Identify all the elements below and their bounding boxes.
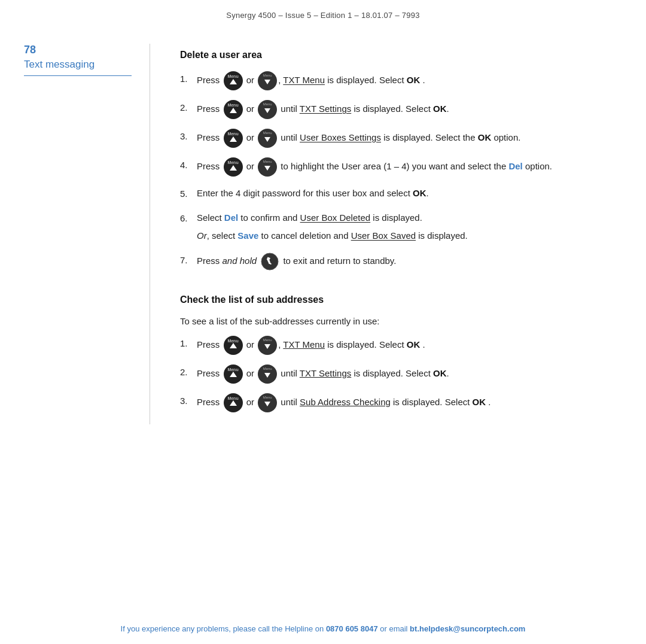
user-box-deleted: User Box Deleted xyxy=(300,212,371,223)
step-1-content: Press Menu or Menu, TXT Menu is displaye… xyxy=(197,71,622,90)
sub-address-checking: Sub Address Checking xyxy=(300,396,391,406)
del-4: Del xyxy=(508,161,522,171)
footer-email: bt.helpdesk@suncorptech.com xyxy=(410,624,525,633)
page-number: 78 xyxy=(24,44,132,56)
step-1: 1. Press Menu or Menu, TXT Menu is displ… xyxy=(180,71,622,90)
s2-ok-2: OK xyxy=(433,367,447,378)
section-delete-user-area: Delete a user area 1. Press Menu or Menu… xyxy=(180,50,622,271)
s2-step-1-num: 1. xyxy=(180,336,197,351)
or-text: Or xyxy=(197,230,207,241)
s2-btn-up-1: Menu xyxy=(224,336,243,355)
step-5-content: Enter the 4 digit password for this user… xyxy=(197,186,622,201)
page-footer: If you experience any problems, please c… xyxy=(0,624,646,633)
txt-menu-1: TXT Menu xyxy=(283,75,325,85)
s2-txt-settings-2: TXT Settings xyxy=(300,367,351,378)
s2-btn-up-3: Menu xyxy=(224,393,243,412)
main-content: Delete a user area 1. Press Menu or Menu… xyxy=(168,44,622,424)
section1-steps: 1. Press Menu or Menu, TXT Menu is displ… xyxy=(180,71,622,271)
ok-5: OK xyxy=(413,188,426,198)
btn-up-1: Menu xyxy=(224,71,243,90)
s2-txt-menu-1: TXT Menu xyxy=(283,339,325,349)
header-text: Synergy 4500 – Issue 5 – Edition 1 – 18.… xyxy=(226,11,420,20)
section2-steps: 1. Press Menu or Menu, TXT Menu is displ… xyxy=(180,336,622,412)
step-4: 4. Press Menu or Menu to highlight the U… xyxy=(180,157,622,177)
save-6: Save xyxy=(237,230,258,241)
footer-pre-text: If you experience any problems, please c… xyxy=(121,624,326,633)
left-sidebar: 78 Text messaging xyxy=(24,44,132,424)
s2-step-2: 2. Press Menu or Menu until TXT Settings… xyxy=(180,364,622,384)
s2-step-3: 3. Press Menu or Menu until Sub Address … xyxy=(180,393,622,412)
s2-step-2-content: Press Menu or Menu until TXT Settings is… xyxy=(197,364,622,384)
step-4-num: 4. xyxy=(180,157,197,172)
user-box-saved: User Box Saved xyxy=(351,230,416,241)
footer-mid-text: or email xyxy=(378,624,410,633)
section-check-sub-addresses: Check the list of sub addresses To see a… xyxy=(180,294,622,412)
vertical-rule xyxy=(150,44,150,424)
section-title: Text messaging xyxy=(24,59,132,71)
ok-1: OK xyxy=(407,75,420,85)
s2-ok-1: OK xyxy=(407,339,420,349)
btn-down-4: Menu xyxy=(258,157,277,177)
s2-btn-up-2: Menu xyxy=(224,364,243,384)
s2-step-1-content: Press Menu or Menu, TXT Menu is displaye… xyxy=(197,336,622,355)
btn-down-2: Menu xyxy=(258,100,277,119)
s2-btn-down-1: Menu xyxy=(258,336,277,355)
btn-up-4: Menu xyxy=(224,157,243,177)
step-6-content: Select Del to confirm and User Box Delet… xyxy=(197,211,622,243)
section2-intro: To see a list of the sub-addresses curre… xyxy=(180,316,622,326)
and-hold-text: and hold xyxy=(223,255,257,265)
user-boxes-settings: User Boxes Settings xyxy=(300,132,381,142)
divider xyxy=(24,75,132,76)
step-6-subnote: Or, select Save to cancel deletion and U… xyxy=(197,229,622,243)
btn-down-3: Menu xyxy=(258,129,277,148)
btn-up-2: Menu xyxy=(224,100,243,119)
s2-btn-down-3: Menu xyxy=(258,393,277,412)
btn-down-1: Menu xyxy=(258,71,277,90)
step-7: 7. Press and hold to exit and return to … xyxy=(180,253,622,271)
step-2: 2. Press Menu or Menu until TXT Settings… xyxy=(180,100,622,119)
step-3-content: Press Menu or Menu until User Boxes Sett… xyxy=(197,129,622,148)
step-5-num: 5. xyxy=(180,186,197,201)
btn-up-3: Menu xyxy=(224,129,243,148)
step-5: 5. Enter the 4 digit password for this u… xyxy=(180,186,622,201)
step-3: 3. Press Menu or Menu until User Boxes S… xyxy=(180,129,622,148)
step-6-num: 6. xyxy=(180,211,197,226)
hold-icon xyxy=(261,253,279,271)
txt-settings-2: TXT Settings xyxy=(300,104,351,114)
step-3-num: 3. xyxy=(180,129,197,144)
step-7-content: Press and hold to exit and return to sta… xyxy=(197,253,622,271)
section2-heading: Check the list of sub addresses xyxy=(180,294,622,305)
s2-step-2-num: 2. xyxy=(180,364,197,379)
section1-heading: Delete a user area xyxy=(180,50,622,60)
page-header: Synergy 4500 – Issue 5 – Edition 1 – 18.… xyxy=(0,0,646,26)
s2-step-3-num: 3. xyxy=(180,393,197,408)
s2-ok-3: OK xyxy=(473,396,486,406)
step-2-content: Press Menu or Menu until TXT Settings is… xyxy=(197,100,622,119)
ok-2: OK xyxy=(433,104,447,114)
s2-btn-down-2: Menu xyxy=(258,364,277,384)
footer-phone: 0870 605 8047 xyxy=(326,624,378,633)
step-7-num: 7. xyxy=(180,253,197,268)
step-6: 6. Select Del to confirm and User Box De… xyxy=(180,211,622,243)
s2-step-1: 1. Press Menu or Menu, TXT Menu is displ… xyxy=(180,336,622,355)
s2-step-3-content: Press Menu or Menu until Sub Address Che… xyxy=(197,393,622,412)
del-6: Del xyxy=(224,212,238,223)
ok-3: OK xyxy=(478,132,492,142)
step-2-num: 2. xyxy=(180,100,197,115)
step-1-num: 1. xyxy=(180,71,197,86)
step-4-content: Press Menu or Menu to highlight the User… xyxy=(197,157,622,177)
